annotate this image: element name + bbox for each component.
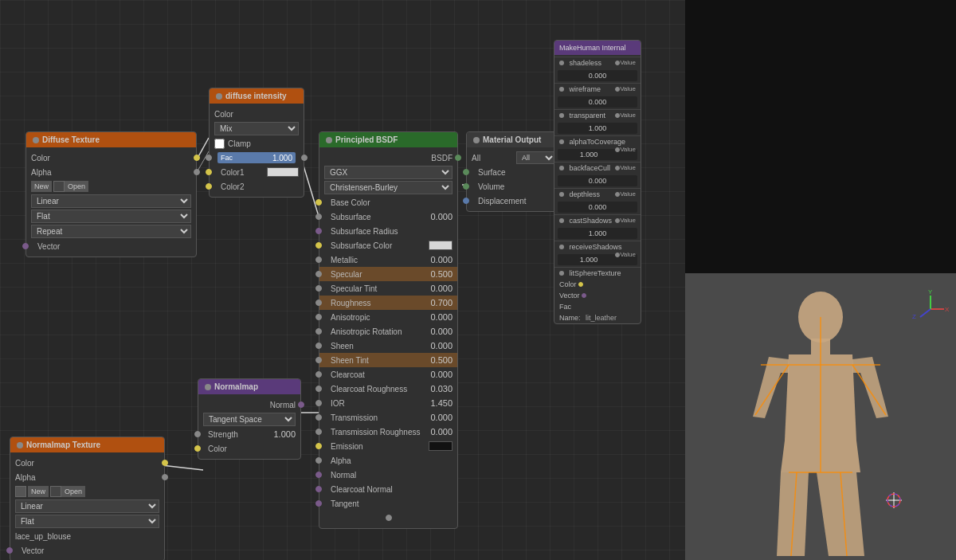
nm-new-button[interactable]: New xyxy=(28,486,49,497)
surface-socket[interactable] xyxy=(463,169,469,175)
base-color-socket[interactable] xyxy=(315,199,322,206)
collapse-btn[interactable] xyxy=(216,93,222,100)
repeat-select[interactable]: Repeat xyxy=(31,225,191,238)
sheen-tint-socket[interactable] xyxy=(315,357,322,363)
clearcoat-normal-socket[interactable] xyxy=(315,486,322,492)
fac-output-socket[interactable] xyxy=(301,155,308,161)
trans-rough-socket[interactable] xyxy=(315,429,322,435)
bsdf-bottom-socket[interactable] xyxy=(386,515,392,521)
litsphere-fac-row: Fac xyxy=(554,301,641,312)
vector-socket[interactable] xyxy=(22,243,29,249)
ior-socket[interactable] xyxy=(315,400,322,406)
shadeless-label: shadeless xyxy=(570,59,602,67)
normal-out-socket[interactable] xyxy=(298,401,304,408)
alpha-socket[interactable] xyxy=(194,169,200,175)
collapse-btn[interactable] xyxy=(559,139,564,144)
volume-socket[interactable] xyxy=(463,183,469,190)
sub-radius-socket[interactable] xyxy=(315,228,322,234)
collapse-btn[interactable] xyxy=(559,245,564,249)
tangent-socket[interactable] xyxy=(315,500,322,507)
color-socket[interactable] xyxy=(194,155,200,161)
extension-select[interactable]: Flat xyxy=(31,210,191,223)
litsphere-vector-socket[interactable] xyxy=(582,293,586,298)
metallic-socket[interactable] xyxy=(315,257,322,263)
diffuse-texture-node: Diffuse Texture Color Alpha New Open Lin… xyxy=(25,131,197,257)
aniso-socket[interactable] xyxy=(315,314,322,320)
depthless-value-label: Value xyxy=(620,190,636,198)
volume-row: Volume xyxy=(467,179,561,194)
wireframe-label: wireframe xyxy=(570,85,601,93)
color-nm-socket[interactable] xyxy=(194,445,201,452)
color2-socket[interactable] xyxy=(206,183,212,190)
subsurface-socket[interactable] xyxy=(315,213,322,220)
collapse-btn[interactable] xyxy=(559,113,564,118)
collapse-btn[interactable] xyxy=(559,61,564,65)
mix-select[interactable]: Mix xyxy=(214,122,299,135)
sub-color-socket[interactable] xyxy=(315,242,322,249)
color1-swatch[interactable] xyxy=(267,167,299,177)
aniso-label: Anisotropic xyxy=(324,313,430,322)
ggx-select[interactable]: GGX xyxy=(324,166,453,179)
collapse-btn[interactable] xyxy=(559,166,564,170)
flat-row: Flat xyxy=(26,209,196,224)
aniso-row: Anisotropic 0.000 xyxy=(319,310,457,324)
collapse-btn[interactable] xyxy=(33,137,39,143)
alpha-bsdf-socket[interactable] xyxy=(315,457,322,464)
nm-interpolation-select[interactable]: Linear xyxy=(15,499,159,513)
diffuse-intensity-body: Color Mix Clamp Fac 1.000 xyxy=(210,104,304,197)
normalmap-node: Normalmap Normal Tangent Space Strength … xyxy=(198,378,301,460)
clearcoat-normal-row: Clearcoat Normal xyxy=(319,482,457,496)
collapse-btn[interactable] xyxy=(559,271,564,276)
clearcoat-socket[interactable] xyxy=(315,371,322,378)
collapse-btn[interactable] xyxy=(559,192,564,197)
all-select[interactable]: All xyxy=(516,151,556,164)
clearcoat-rough-socket[interactable] xyxy=(315,386,322,392)
bsdf-socket[interactable] xyxy=(455,155,461,161)
makehuman-header: MakeHuman Internal xyxy=(554,41,641,55)
sheen-socket[interactable] xyxy=(315,343,322,349)
collapse-btn[interactable] xyxy=(17,442,23,448)
nm-vector-socket[interactable] xyxy=(6,547,13,554)
nm-extension-select[interactable]: Flat xyxy=(15,515,159,528)
mh-cast-section: castShadows Value 1.000 xyxy=(554,214,641,239)
new-button[interactable]: New xyxy=(31,181,52,192)
sub-color-row: Subsurface Color xyxy=(319,238,457,253)
collapse-btn[interactable] xyxy=(326,137,332,143)
collapse-btn[interactable] xyxy=(559,218,564,223)
tangent-space-select[interactable]: Tangent Space xyxy=(203,413,296,426)
aniso-value: 0.000 xyxy=(430,312,453,322)
sub-color-swatch[interactable] xyxy=(429,241,453,250)
normal-socket[interactable] xyxy=(315,472,322,478)
color1-socket[interactable] xyxy=(206,169,212,175)
mh-shadeless-section: shadeless Value 0.000 xyxy=(554,57,641,81)
nm-alpha-out-socket[interactable] xyxy=(162,474,168,480)
collapse-btn[interactable] xyxy=(205,384,211,390)
strength-socket[interactable] xyxy=(194,431,201,437)
emission-socket[interactable] xyxy=(315,443,322,449)
open-button[interactable]: Open xyxy=(65,181,88,192)
nm-open-button[interactable]: Open xyxy=(61,486,85,497)
spec-tint-socket[interactable] xyxy=(315,285,322,292)
node-editor: Diffuse Texture Color Alpha New Open Lin… xyxy=(0,0,685,560)
interpolation-select[interactable]: Linear xyxy=(31,194,191,208)
fac-slider[interactable]: Fac 1.000 xyxy=(217,152,296,163)
transmission-socket[interactable] xyxy=(315,414,322,421)
fac-input-socket[interactable] xyxy=(206,155,212,161)
nm-file-icon xyxy=(50,486,61,497)
litsphere-color-socket[interactable] xyxy=(578,282,583,287)
emission-swatch[interactable] xyxy=(429,441,453,451)
specular-row: Specular 0.500 xyxy=(319,267,457,281)
collapse-btn[interactable] xyxy=(559,87,564,92)
roughness-socket[interactable] xyxy=(315,300,322,306)
displacement-socket[interactable] xyxy=(463,198,469,204)
collapse-btn[interactable] xyxy=(473,137,480,143)
cb-select[interactable]: Christensen-Burley xyxy=(324,181,453,194)
emission-label: Emission xyxy=(324,442,429,451)
surface-row: Surface xyxy=(467,165,561,179)
makehuman-title: MakeHuman Internal xyxy=(559,44,626,52)
diffuse-intensity-header: diffuse intensity xyxy=(210,88,304,104)
aniso-rot-socket[interactable] xyxy=(315,328,322,335)
clamp-checkbox[interactable] xyxy=(214,139,225,149)
nm-color-out-socket[interactable] xyxy=(162,460,168,466)
specular-socket[interactable] xyxy=(315,271,322,277)
